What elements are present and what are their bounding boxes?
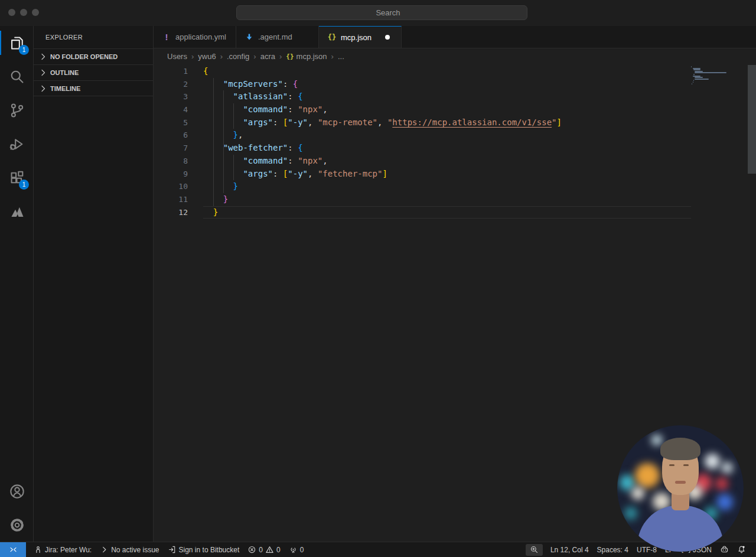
warning-icon: [265, 545, 274, 554]
status-indentation[interactable]: Spaces: 4: [593, 542, 633, 557]
toggle-secondary-sidebar-icon[interactable]: [735, 6, 747, 18]
traffic-lights: [8, 9, 39, 16]
editor-more-actions-icon[interactable]: [738, 32, 749, 43]
code-line-5[interactable]: 5 "args": ["-y", "mcp-remote", "https://…: [154, 116, 756, 129]
markdown-file-icon: [245, 32, 254, 42]
bokeh-light: [631, 487, 644, 500]
code-line-6[interactable]: 6 },: [154, 129, 756, 142]
status-problems[interactable]: 00: [243, 542, 284, 557]
error-icon: [247, 545, 256, 554]
chevron-right-icon: [38, 52, 48, 61]
json-file-icon: {}: [286, 53, 294, 60]
breadcrumb-item-[interactable]: ...: [338, 52, 344, 61]
breadcrumb-item-Users[interactable]: Users: [167, 52, 187, 61]
tab-application-yml[interactable]: !application.yml: [154, 26, 236, 48]
minimap-line: [693, 69, 700, 70]
split-editor-icon[interactable]: [718, 32, 729, 43]
sidebar-title: EXPLORER: [45, 34, 134, 41]
back-arrow-icon[interactable]: [197, 6, 209, 19]
minimap-line: [695, 79, 709, 80]
tab-agent-md[interactable]: .agent.md: [236, 26, 319, 48]
zoom-button[interactable]: [32, 9, 39, 16]
status-notifications[interactable]: [733, 542, 750, 557]
activity-item-atlassian[interactable]: [0, 194, 34, 228]
editor-scrollbar[interactable]: [748, 65, 756, 174]
status-bitbucket-signin[interactable]: Sign in to Bitbucket: [164, 542, 244, 557]
breadcrumb-label: ywu6: [198, 52, 216, 61]
breadcrumb-item-acra[interactable]: acra: [260, 52, 275, 61]
line-content: "mcpServers": {: [203, 78, 691, 91]
minimap-line: [693, 74, 695, 75]
forward-arrow-icon[interactable]: [217, 6, 229, 19]
code-line-7[interactable]: 7 "web-fetcher": {: [154, 142, 756, 155]
activity-item-settings[interactable]: [0, 508, 34, 542]
activity-item-run-debug[interactable]: [0, 127, 34, 161]
code-line-11[interactable]: 11 }: [154, 193, 756, 206]
minimap[interactable]: [691, 66, 742, 84]
breadcrumb-item-mcpjson[interactable]: {}mcp.json: [286, 52, 327, 61]
close-button[interactable]: [8, 9, 15, 16]
status-jira-status[interactable]: Jira: Peter Wu:: [30, 542, 96, 557]
status-ports[interactable]: 0: [285, 542, 308, 557]
sidebar-section-outline[interactable]: OUTLINE: [34, 64, 153, 80]
sidebar-section-no-folder-opened[interactable]: NO FOLDER OPENED: [34, 48, 153, 64]
line-content: "args": ["-y", "mcp-remote", "https://mc…: [203, 116, 691, 129]
copilot-icon[interactable]: [534, 5, 546, 17]
tab-label: .agent.md: [258, 32, 292, 41]
indent-guide: [233, 155, 234, 180]
code-line-2[interactable]: 2 "mcpServers": {: [154, 78, 756, 91]
status-cursor-position[interactable]: Ln 12, Col 4: [546, 542, 593, 557]
code-line-12[interactable]: 12 }: [154, 206, 756, 219]
json-file-icon: {}: [327, 32, 337, 42]
modified-dot[interactable]: [385, 35, 390, 40]
person-icon: [34, 545, 43, 554]
activity-item-extensions[interactable]: 1: [0, 161, 34, 194]
atlassian-sse-link[interactable]: https://mcp.atlassian.com/v1/sse: [392, 118, 552, 127]
tab-mcp-json[interactable]: {}mcp.json: [319, 26, 402, 48]
section-label: OUTLINE: [50, 69, 79, 76]
extensions-badge: 1: [19, 180, 29, 190]
breadcrumb-label: Users: [167, 52, 187, 61]
status-remote-indicator[interactable]: [0, 542, 26, 557]
code-line-9[interactable]: 9 "args": ["-y", "fetcher-mcp"]: [154, 168, 756, 181]
code-line-1[interactable]: 1{: [154, 65, 756, 78]
line-number: 12: [154, 206, 188, 219]
bokeh-light: [624, 507, 637, 520]
breadcrumb-separator: ›: [220, 52, 223, 61]
section-label: TIMELINE: [50, 85, 80, 92]
status-copilot-status[interactable]: [716, 542, 733, 557]
explorer-more-actions-icon[interactable]: [134, 32, 145, 43]
activity-item-search[interactable]: [0, 60, 34, 93]
breadcrumb-label: .config: [227, 52, 249, 61]
activity-item-explorer[interactable]: 1: [0, 26, 34, 60]
minimize-button[interactable]: [20, 9, 27, 16]
bokeh-light: [716, 494, 733, 510]
line-number: 5: [154, 116, 188, 129]
line-number: 9: [154, 168, 188, 181]
minimap-line: [695, 72, 726, 73]
customize-layout-icon[interactable]: [679, 6, 690, 18]
code-line-4[interactable]: 4 "command": "npx",: [154, 103, 756, 116]
jira-status-text: Jira: Peter Wu:: [45, 546, 92, 554]
activity-item-source-control[interactable]: [0, 93, 34, 127]
code-line-3[interactable]: 3 "atlassian": {: [154, 90, 756, 103]
line-content: "web-fetcher": {: [203, 142, 691, 155]
line-number: 6: [154, 129, 188, 142]
chevron-down-icon[interactable]: [547, 8, 554, 15]
breadcrumb-item-ywu6[interactable]: ywu6: [198, 52, 216, 61]
toggle-sidebar-icon[interactable]: [698, 6, 709, 18]
breadcrumb-item-config[interactable]: .config: [227, 52, 249, 61]
toggle-panel-icon[interactable]: [716, 6, 728, 18]
status-active-issue[interactable]: No active issue: [96, 542, 163, 557]
activity-item-accounts[interactable]: [0, 474, 34, 508]
command-center-search[interactable]: Search: [236, 5, 527, 20]
line-content: "atlassian": {: [203, 90, 691, 103]
search-icon: [9, 69, 25, 85]
bokeh-light: [715, 477, 728, 490]
sidebar-section-timeline[interactable]: TIMELINE: [34, 80, 153, 96]
line-content: "command": "npx",: [203, 155, 691, 168]
copilot-icon: [720, 545, 729, 554]
code-line-8[interactable]: 8 "command": "npx",: [154, 155, 756, 168]
status-zoom-level[interactable]: [526, 544, 543, 556]
code-line-10[interactable]: 10 }: [154, 180, 756, 193]
